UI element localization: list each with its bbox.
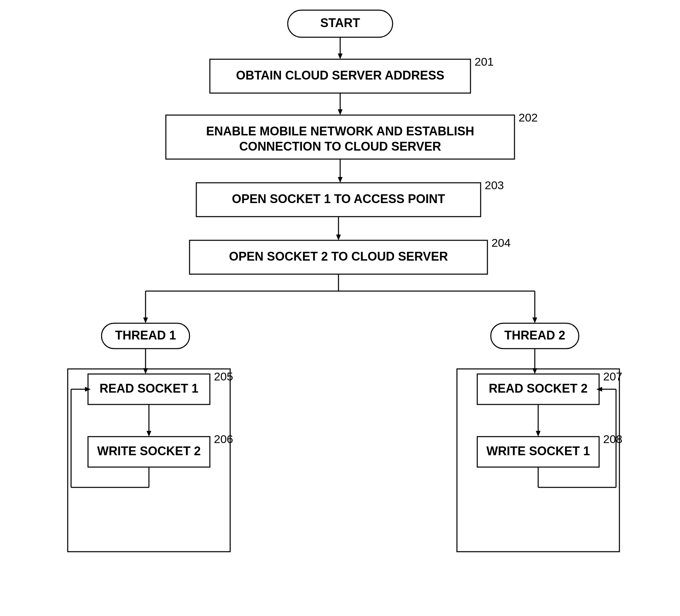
svg-marker-14: [532, 317, 537, 323]
node-207-label: READ SOCKET 2: [489, 381, 588, 395]
svg-marker-7: [336, 235, 341, 240]
node-205-label: READ SOCKET 1: [100, 381, 198, 395]
node-202-label-2: CONNECTION TO CLOUD SERVER: [239, 139, 441, 153]
node-202-id: 202: [519, 111, 538, 124]
svg-marker-11: [143, 317, 148, 323]
node-204-id: 204: [491, 236, 511, 249]
thread2-label: THREAD 2: [504, 328, 565, 342]
node-202-label-1: ENABLE MOBILE NETWORK AND ESTABLISH: [206, 124, 474, 138]
node-205-id: 205: [214, 370, 233, 383]
node-203-label: OPEN SOCKET 1 TO ACCESS POINT: [232, 192, 445, 206]
svg-marker-3: [338, 109, 343, 115]
node-207-id: 207: [603, 370, 622, 383]
thread1-label: THREAD 1: [115, 328, 176, 342]
start-label: START: [320, 16, 360, 30]
node-206-label: WRITE SOCKET 2: [97, 444, 201, 458]
svg-marker-1: [338, 53, 343, 59]
svg-marker-20: [147, 431, 151, 437]
node-204-label: OPEN SOCKET 2 TO CLOUD SERVER: [229, 249, 448, 263]
node-208-id: 208: [603, 433, 622, 445]
node-208-label: WRITE SOCKET 1: [486, 444, 590, 458]
node-206-id: 206: [214, 433, 233, 445]
svg-marker-5: [338, 177, 343, 183]
node-201-label: OBTAIN CLOUD SERVER ADDRESS: [236, 68, 444, 82]
svg-marker-27: [536, 431, 541, 437]
flowchart-diagram: START OBTAIN CLOUD SERVER ADDRESS 201 EN…: [0, 0, 680, 616]
node-203-id: 203: [485, 179, 504, 192]
node-201-id: 201: [475, 55, 494, 68]
